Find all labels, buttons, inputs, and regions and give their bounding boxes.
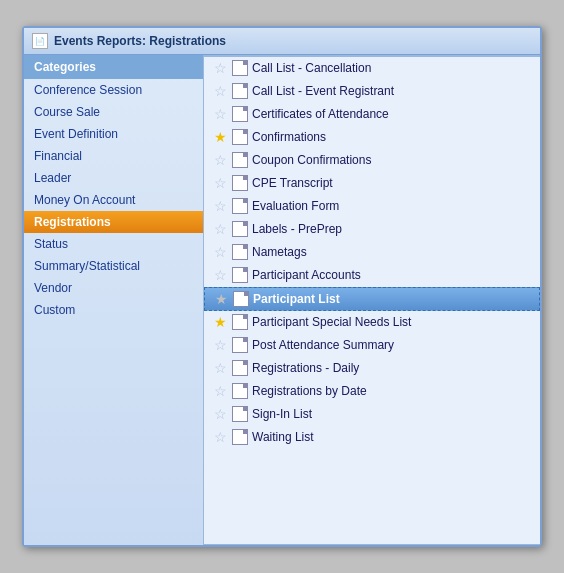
sidebar-header: Categories [24,55,203,79]
star-icon-labels-preprep[interactable]: ☆ [212,221,228,237]
report-label-confirmations: Confirmations [252,130,326,144]
star-icon-call-list-cancellation[interactable]: ☆ [212,60,228,76]
report-item-call-list-cancellation[interactable]: ☆Call List - Cancellation [204,57,540,80]
doc-icon-registrations-by-date [232,383,248,399]
sidebar-item-summary-statistical[interactable]: Summary/Statistical [24,255,203,277]
report-label-participant-list: Participant List [253,292,340,306]
star-icon-confirmations[interactable]: ★ [212,129,228,145]
doc-icon-certificates-of-attendance [232,106,248,122]
sidebar-item-status[interactable]: Status [24,233,203,255]
window-title: Events Reports: Registrations [54,34,226,48]
doc-icon-nametags [232,244,248,260]
report-item-participant-special-needs[interactable]: ★Participant Special Needs List [204,311,540,334]
doc-icon-waiting-list [232,429,248,445]
doc-icon-labels-preprep [232,221,248,237]
report-item-confirmations[interactable]: ★Confirmations [204,126,540,149]
star-icon-sign-in-list[interactable]: ☆ [212,406,228,422]
sidebar: Categories Conference SessionCourse Sale… [24,55,204,545]
sidebar-item-vendor[interactable]: Vendor [24,277,203,299]
sidebar-item-financial[interactable]: Financial [24,145,203,167]
sidebar-item-custom[interactable]: Custom [24,299,203,321]
report-item-call-list-event-registrant[interactable]: ☆Call List - Event Registrant [204,80,540,103]
report-label-cpe-transcript: CPE Transcript [252,176,333,190]
star-icon-nametags[interactable]: ☆ [212,244,228,260]
report-label-call-list-event-registrant: Call List - Event Registrant [252,84,394,98]
report-label-registrations-daily: Registrations - Daily [252,361,359,375]
star-icon-participant-accounts[interactable]: ☆ [212,267,228,283]
doc-icon-call-list-cancellation [232,60,248,76]
report-label-labels-preprep: Labels - PrePrep [252,222,342,236]
report-item-participant-list[interactable]: ★Participant List [204,287,540,311]
doc-icon-sign-in-list [232,406,248,422]
report-item-registrations-by-date[interactable]: ☆Registrations by Date [204,380,540,403]
doc-icon-evaluation-form [232,198,248,214]
report-label-waiting-list: Waiting List [252,430,314,444]
report-item-nametags[interactable]: ☆Nametags [204,241,540,264]
star-icon-certificates-of-attendance[interactable]: ☆ [212,106,228,122]
star-icon-cpe-transcript[interactable]: ☆ [212,175,228,191]
report-item-certificates-of-attendance[interactable]: ☆Certificates of Attendance [204,103,540,126]
doc-icon-participant-accounts [232,267,248,283]
star-icon-registrations-by-date[interactable]: ☆ [212,383,228,399]
report-label-nametags: Nametags [252,245,307,259]
report-label-post-attendance-summary: Post Attendance Summary [252,338,394,352]
window-icon: 📄 [32,33,48,49]
star-icon-evaluation-form[interactable]: ☆ [212,198,228,214]
star-icon-participant-special-needs[interactable]: ★ [212,314,228,330]
doc-icon-coupon-confirmations [232,152,248,168]
report-item-coupon-confirmations[interactable]: ☆Coupon Confirmations [204,149,540,172]
content-area: Categories Conference SessionCourse Sale… [24,55,540,545]
star-icon-call-list-event-registrant[interactable]: ☆ [212,83,228,99]
doc-icon-post-attendance-summary [232,337,248,353]
sidebar-item-event-definition[interactable]: Event Definition [24,123,203,145]
main-window: 📄 Events Reports: Registrations Categori… [22,26,542,547]
title-bar: 📄 Events Reports: Registrations [24,28,540,55]
doc-icon-participant-list [233,291,249,307]
report-item-registrations-daily[interactable]: ☆Registrations - Daily [204,357,540,380]
report-label-coupon-confirmations: Coupon Confirmations [252,153,371,167]
star-icon-post-attendance-summary[interactable]: ☆ [212,337,228,353]
sidebar-item-registrations[interactable]: Registrations [24,211,203,233]
doc-icon-call-list-event-registrant [232,83,248,99]
sidebar-item-leader[interactable]: Leader [24,167,203,189]
star-icon-waiting-list[interactable]: ☆ [212,429,228,445]
report-item-sign-in-list[interactable]: ☆Sign-In List [204,403,540,426]
report-item-evaluation-form[interactable]: ☆Evaluation Form [204,195,540,218]
sidebar-item-money-on-account[interactable]: Money On Account [24,189,203,211]
doc-icon-cpe-transcript [232,175,248,191]
report-item-cpe-transcript[interactable]: ☆CPE Transcript [204,172,540,195]
report-label-evaluation-form: Evaluation Form [252,199,339,213]
report-item-post-attendance-summary[interactable]: ☆Post Attendance Summary [204,334,540,357]
report-label-certificates-of-attendance: Certificates of Attendance [252,107,389,121]
doc-icon-registrations-daily [232,360,248,376]
reports-panel: ☆Call List - Cancellation☆Call List - Ev… [204,55,540,545]
report-label-participant-accounts: Participant Accounts [252,268,361,282]
star-icon-participant-list[interactable]: ★ [213,291,229,307]
report-label-sign-in-list: Sign-In List [252,407,312,421]
report-item-participant-accounts[interactable]: ☆Participant Accounts [204,264,540,287]
report-item-waiting-list[interactable]: ☆Waiting List [204,426,540,449]
star-icon-registrations-daily[interactable]: ☆ [212,360,228,376]
report-item-labels-preprep[interactable]: ☆Labels - PrePrep [204,218,540,241]
doc-icon-confirmations [232,129,248,145]
report-label-participant-special-needs: Participant Special Needs List [252,315,411,329]
report-label-registrations-by-date: Registrations by Date [252,384,367,398]
report-label-call-list-cancellation: Call List - Cancellation [252,61,371,75]
sidebar-item-course-sale[interactable]: Course Sale [24,101,203,123]
star-icon-coupon-confirmations[interactable]: ☆ [212,152,228,168]
doc-icon-participant-special-needs [232,314,248,330]
sidebar-item-conference-session[interactable]: Conference Session [24,79,203,101]
